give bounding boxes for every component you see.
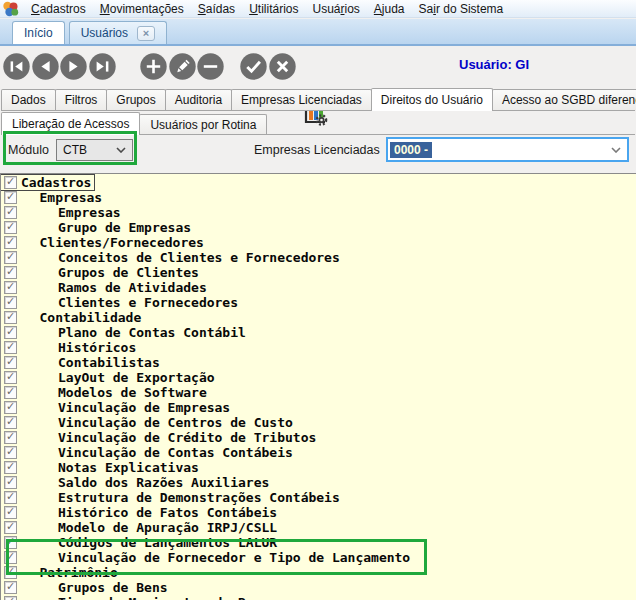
tab-dados[interactable]: Dados — [1, 89, 56, 110]
tab-filtros[interactable]: Filtros — [55, 89, 108, 110]
checkbox-checked[interactable] — [4, 341, 17, 354]
tree-item-label[interactable]: Contabilidade — [40, 310, 142, 325]
tree-item-modelo-de-apuracao-irpj-csll[interactable]: Modelo de Apuração IRPJ/CSLL — [1, 520, 280, 535]
edit-record-button[interactable] — [169, 53, 196, 80]
checkbox-checked[interactable] — [4, 491, 17, 504]
modulo-combobox[interactable]: CTB — [56, 139, 133, 161]
tree-item-saldo-dos-razoes-auxiliares[interactable]: Saldo dos Razões Auxiliares — [1, 475, 272, 490]
tree-item-vinculacao-de-fornecedor-e-tipo-de-lancamento[interactable]: Vinculação de Fornecedor e Tipo de Lança… — [1, 550, 413, 565]
tab-grupos[interactable]: Grupos — [106, 89, 165, 110]
checkbox-checked[interactable] — [4, 476, 17, 489]
tab-close-icon[interactable]: × — [137, 26, 155, 41]
tree-item-label[interactable]: Clientes e Fornecedores — [58, 295, 238, 310]
tree-item-label[interactable]: Vinculação de Centros de Custo — [58, 415, 293, 430]
tree-item-label[interactable]: Plano de Contas Contábil — [58, 325, 246, 340]
checkbox-checked[interactable] — [4, 506, 17, 519]
checkbox-checked[interactable] — [4, 191, 17, 204]
tree-item-label[interactable]: Vinculação de Crédito de Tributos — [58, 430, 316, 445]
checkbox-checked[interactable] — [4, 371, 17, 384]
tab-empresas-licenciadas[interactable]: Empresas Licenciadas — [231, 89, 372, 110]
tree-item-grupo-de-empresas[interactable]: Grupo de Empresas — [1, 220, 194, 235]
tree-item-modelos-de-software[interactable]: Modelos de Software — [1, 385, 210, 400]
tree-item-clientes-fornecedores[interactable]: Clientes/Fornecedores — [1, 235, 207, 250]
tree-item-label[interactable]: Grupos de Clientes — [58, 265, 199, 280]
tree-item-label[interactable]: Cadastros — [21, 175, 91, 190]
tab-acesso-ao-sgbd-diferenciado[interactable]: Acesso ao SGBD diferenciado — [492, 89, 636, 110]
tree-item-vinculacao-de-contas-contabeis[interactable]: Vinculação de Contas Contábeis — [1, 445, 296, 460]
menu-item-sair-do-sistema[interactable]: Sair do Sistema — [412, 2, 511, 16]
tree-item-estrutura-de-demonstracoes-contabeis[interactable]: Estrutura de Demonstrações Contábeis — [1, 490, 343, 505]
tree-item-label[interactable]: Vinculação de Empresas — [58, 400, 230, 415]
window-tab-inicio[interactable]: Início — [12, 21, 65, 44]
tree-item-label[interactable]: Conceitos de Clientes e Fornecedores — [58, 250, 340, 265]
checkbox-checked[interactable] — [4, 311, 17, 324]
tree-item-label[interactable]: LayOut de Exportação — [58, 370, 215, 385]
tree-item-label[interactable]: Contabilistas — [58, 355, 160, 370]
tree-item-label[interactable]: Modelos de Software — [58, 385, 207, 400]
subtab-usuarios-por-rotina[interactable]: Usuários por Rotina — [139, 114, 267, 134]
prior-record-button[interactable] — [32, 53, 59, 80]
tree-item-label[interactable]: Empresas — [40, 190, 103, 205]
checkbox-checked[interactable] — [4, 251, 17, 264]
delete-record-button[interactable] — [197, 53, 224, 80]
tree-item-contabilidade[interactable]: Contabilidade — [1, 310, 144, 325]
next-record-button[interactable] — [60, 53, 87, 80]
menu-item-usuarios[interactable]: Usuários — [305, 2, 366, 16]
tree-item-label[interactable]: Modelo de Apuração IRPJ/CSLL — [58, 520, 277, 535]
insert-record-button[interactable] — [140, 53, 167, 80]
tree-item-label[interactable]: Histórico de Fatos Contábeis — [58, 505, 277, 520]
checkbox-checked[interactable] — [4, 386, 17, 399]
tree-item-patrimonio[interactable]: Patrimônio — [1, 565, 121, 580]
menu-item-utilitarios[interactable]: Utilitários — [242, 2, 305, 16]
tree-item-label[interactable]: Estrutura de Demonstrações Contábeis — [58, 490, 340, 505]
cancel-record-button[interactable] — [269, 53, 296, 80]
checkbox-checked[interactable] — [4, 356, 17, 369]
tree-item-cadastros[interactable]: Cadastros — [1, 175, 94, 190]
menu-item-cadastros[interactable]: Cadastros — [24, 2, 93, 16]
tree-item-label[interactable]: Clientes/Fornecedores — [40, 235, 204, 250]
tree-item-codigos-de-lancamentos-lalur[interactable]: Códigos de Lançamentos LALUR — [1, 535, 280, 550]
tree-item-conceitos-de-clientes-e-fornecedores[interactable]: Conceitos de Clientes e Fornecedores — [1, 250, 343, 265]
tree-item-label[interactable]: Vinculação de Contas Contábeis — [58, 445, 293, 460]
tree-item-historicos[interactable]: Históricos — [1, 340, 139, 355]
tree-item-notas-explicativas[interactable]: Notas Explicativas — [1, 460, 202, 475]
checkbox-checked[interactable] — [4, 551, 17, 564]
checkbox-checked[interactable] — [4, 176, 17, 189]
checkbox-checked[interactable] — [4, 461, 17, 474]
tree-item-vinculacao-de-empresas[interactable]: Vinculação de Empresas — [1, 400, 233, 415]
menu-item-movimentacoes[interactable]: Movimentações — [93, 2, 191, 16]
confirm-record-button[interactable] — [240, 53, 267, 80]
checkbox-checked[interactable] — [4, 446, 17, 459]
tree-item-label[interactable]: Códigos de Lançamentos LALUR — [58, 535, 277, 550]
tree-item-label[interactable]: Grupos de Bens — [58, 580, 168, 595]
tree-item-label[interactable]: Saldo dos Razões Auxiliares — [58, 475, 269, 490]
subtab-liberacao-de-acessos[interactable]: Liberação de Acessos — [1, 112, 140, 135]
checkbox-checked[interactable] — [4, 521, 17, 534]
checkbox-checked[interactable] — [4, 581, 17, 594]
tree-item-label[interactable]: Tipos de Movimentos de Bens — [58, 595, 269, 600]
tree-item-label[interactable]: Grupo de Empresas — [58, 220, 191, 235]
checkbox-checked[interactable] — [4, 281, 17, 294]
checkbox-checked[interactable] — [4, 401, 17, 414]
tree-item-plano-de-contas-contabil[interactable]: Plano de Contas Contábil — [1, 325, 249, 340]
tree-item-grupos-de-bens[interactable]: Grupos de Bens — [1, 580, 171, 595]
tree-item-label[interactable]: Ramos de Atividades — [58, 280, 207, 295]
checkbox-checked[interactable] — [4, 431, 17, 444]
tree-item-label[interactable]: Empresas — [58, 205, 121, 220]
tree-item-grupos-de-clientes[interactable]: Grupos de Clientes — [1, 265, 202, 280]
tree-item-tipos-de-movimentos-de-bens[interactable]: Tipos de Movimentos de Bens — [1, 595, 272, 600]
last-record-button[interactable] — [89, 53, 116, 80]
tree-item-vinculacao-de-credito-de-tributos[interactable]: Vinculação de Crédito de Tributos — [1, 430, 319, 445]
tree-item-label[interactable]: Históricos — [58, 340, 136, 355]
tree-item-vinculacao-de-centros-de-custo[interactable]: Vinculação de Centros de Custo — [1, 415, 296, 430]
first-record-button[interactable] — [3, 53, 30, 80]
tree-item-historico-de-fatos-contabeis[interactable]: Histórico de Fatos Contábeis — [1, 505, 280, 520]
checkbox-checked[interactable] — [4, 536, 17, 549]
tree-item-contabilistas[interactable]: Contabilistas — [1, 355, 163, 370]
tab-direitos-do-usuario[interactable]: Direitos do Usuário — [371, 88, 493, 111]
checkbox-checked[interactable] — [4, 326, 17, 339]
tree-item-empresas[interactable]: Empresas — [1, 190, 105, 205]
checkbox-checked[interactable] — [4, 236, 17, 249]
checkbox-checked[interactable] — [4, 266, 17, 279]
tree-item-layout-de-exportacao[interactable]: LayOut de Exportação — [1, 370, 218, 385]
